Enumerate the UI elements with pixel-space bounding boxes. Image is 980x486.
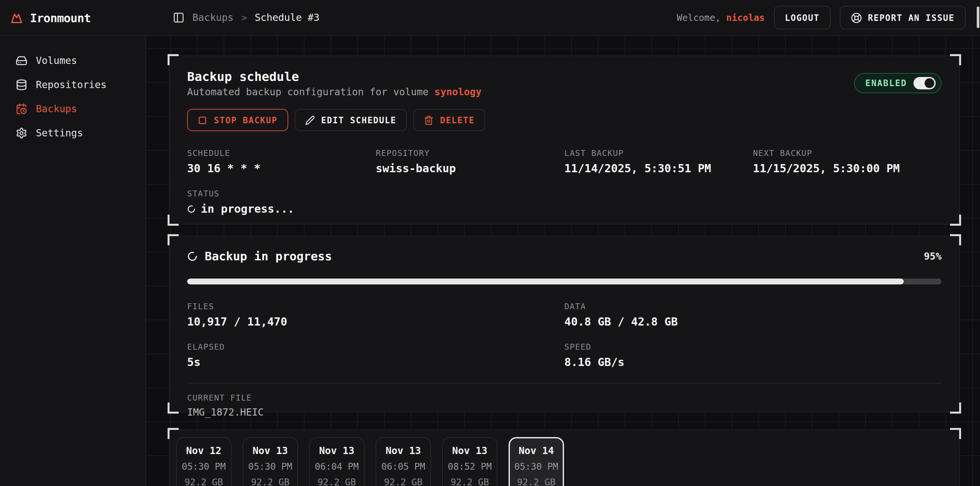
- gear-icon: [16, 127, 27, 139]
- progress-percent: 95%: [924, 250, 942, 262]
- stat-value: 10,917 / 11,470: [187, 315, 564, 328]
- breadcrumb: Backups > Schedule #3: [173, 12, 320, 24]
- sidebar-item-label: Volumes: [36, 55, 77, 67]
- backup-schedule-card: Backup schedule Automated backup configu…: [169, 56, 960, 225]
- status-value: in progress...: [187, 202, 942, 215]
- stat-value: 40.8 GB / 42.8 GB: [564, 315, 942, 328]
- backup-history-item[interactable]: Nov 1306:05 PM92.2 GB: [375, 437, 431, 486]
- backup-history-item[interactable]: Nov 1306:04 PM92.2 GB: [309, 437, 364, 486]
- progress-stat: ELAPSED5s: [187, 342, 564, 368]
- current-file-value: IMG_1872.HEIC: [187, 406, 942, 418]
- sidebar-item-label: Settings: [36, 127, 83, 139]
- corner-bracket: [167, 215, 179, 226]
- history-size: 92.2 GB: [510, 476, 563, 486]
- pencil-icon: [305, 115, 315, 125]
- enabled-label: ENABLED: [865, 78, 907, 88]
- history-date: Nov 13: [443, 445, 497, 457]
- brand[interactable]: Ironmount: [0, 11, 146, 24]
- sidebar-item-repositories[interactable]: Repositories: [0, 73, 145, 97]
- app-window: Ironmount Backups > Schedule #3 Welcome,…: [0, 0, 980, 486]
- corner-bracket: [167, 403, 179, 414]
- history-time: 06:05 PM: [376, 461, 430, 472]
- volume-name: synology: [434, 86, 482, 98]
- field-label: SCHEDULE: [187, 148, 376, 158]
- schedule-fields: SCHEDULE30 16 * * *REPOSITORYswiss-backu…: [187, 148, 942, 175]
- backup-history-item[interactable]: Nov 1308:52 PM92.2 GB: [442, 437, 498, 486]
- progress-bar: [187, 279, 942, 284]
- history-size: 92.2 GB: [443, 476, 497, 486]
- sidebar-item-settings[interactable]: Settings: [0, 121, 145, 145]
- progress-bar-fill: [187, 279, 904, 284]
- sidebar-item-label: Backups: [36, 103, 77, 115]
- database-icon: [16, 79, 27, 91]
- progress-stats: FILES10,917 / 11,470DATA40.8 GB / 42.8 G…: [187, 301, 942, 368]
- progress-stat: SPEED8.16 GB/s: [564, 342, 942, 368]
- history-size: 92.2 GB: [376, 476, 430, 486]
- header-right: Welcome, nicolas LOGOUT REPORT AN ISSUE: [677, 6, 980, 29]
- toggle-knob: [924, 78, 934, 88]
- history-date: Nov 12: [177, 445, 231, 457]
- schedule-field: NEXT BACKUP11/15/2025, 5:30:00 PM: [753, 148, 942, 175]
- breadcrumb-section[interactable]: Backups: [192, 12, 234, 24]
- backup-history-item[interactable]: Nov 1305:30 PM92.2 GB: [243, 437, 298, 486]
- history-time: 08:52 PM: [443, 461, 497, 472]
- backup-history-item[interactable]: Nov 1405:30 PM92.2 GB: [509, 437, 564, 486]
- enabled-toggle[interactable]: ENABLED: [854, 73, 942, 93]
- top-header: Ironmount Backups > Schedule #3 Welcome,…: [0, 0, 980, 36]
- history-size: 92.2 GB: [310, 476, 364, 486]
- calendar-clock-icon: [16, 103, 27, 115]
- main-content: Backup schedule Automated backup configu…: [146, 36, 980, 486]
- corner-bracket: [167, 428, 179, 439]
- stat-label: FILES: [187, 301, 564, 311]
- stat-label: DATA: [564, 301, 942, 311]
- backup-history-card: Nov 1205:30 PM92.2 GBNov 1305:30 PM92.2 …: [169, 429, 960, 486]
- edit-schedule-button[interactable]: EDIT SCHEDULE: [294, 109, 407, 131]
- mountain-logo-icon: [10, 11, 24, 24]
- brand-name: Ironmount: [30, 11, 91, 24]
- current-file-label: CURRENT FILE: [187, 393, 942, 403]
- sidebar-item-label: Repositories: [36, 79, 107, 91]
- scrollbar-thumb[interactable]: [977, 6, 979, 28]
- backup-progress-card: Backup in progress 95% FILES10,917 / 11,…: [169, 236, 960, 412]
- welcome-text: Welcome, nicolas: [677, 13, 765, 23]
- status-label: STATUS: [187, 188, 942, 198]
- field-label: LAST BACKUP: [564, 148, 753, 158]
- stop-backup-button[interactable]: STOP BACKUP: [187, 109, 288, 131]
- stat-label: ELAPSED: [187, 342, 564, 352]
- hard-drive-icon: [16, 55, 27, 67]
- spinner-icon: [187, 251, 197, 261]
- backup-history-item[interactable]: Nov 1205:30 PM92.2 GB: [176, 437, 231, 486]
- corner-bracket: [950, 428, 961, 439]
- progress-stat: DATA40.8 GB / 42.8 GB: [564, 301, 942, 328]
- panel-left-icon[interactable]: [173, 12, 185, 24]
- history-date: Nov 13: [243, 445, 298, 457]
- field-label: REPOSITORY: [376, 148, 565, 158]
- field-value: 30 16 * * *: [187, 162, 376, 175]
- corner-bracket: [167, 234, 179, 245]
- schedule-field: SCHEDULE30 16 * * *: [187, 148, 376, 175]
- schedule-field: LAST BACKUP11/14/2025, 5:30:51 PM: [564, 148, 753, 175]
- history-time: 05:30 PM: [510, 461, 563, 472]
- sidebar: VolumesRepositoriesBackupsSettings: [0, 36, 146, 486]
- schedule-field: REPOSITORYswiss-backup: [376, 148, 565, 175]
- field-value: 11/14/2025, 5:30:51 PM: [564, 162, 753, 175]
- breadcrumb-separator: >: [241, 13, 247, 23]
- history-time: 05:30 PM: [177, 461, 231, 472]
- stat-value: 8.16 GB/s: [564, 355, 942, 368]
- progress-title: Backup in progress: [205, 249, 332, 263]
- delete-button[interactable]: DELETE: [414, 109, 485, 131]
- corner-bracket: [950, 54, 961, 65]
- report-issue-button[interactable]: REPORT AN ISSUE: [840, 6, 966, 29]
- corner-bracket: [950, 215, 961, 226]
- history-time: 05:30 PM: [243, 461, 298, 472]
- card-subtitle: Automated backup configuration for volum…: [187, 86, 482, 98]
- sidebar-item-volumes[interactable]: Volumes: [0, 49, 145, 72]
- spinner-icon: [187, 204, 196, 213]
- sidebar-item-backups[interactable]: Backups: [0, 97, 145, 121]
- history-size: 92.2 GB: [177, 476, 231, 486]
- history-size: 92.2 GB: [243, 476, 298, 486]
- backup-history-list: Nov 1205:30 PM92.2 GBNov 1305:30 PM92.2 …: [170, 430, 959, 486]
- logout-button[interactable]: LOGOUT: [774, 6, 831, 29]
- life-buoy-icon: [851, 12, 862, 23]
- field-value: swiss-backup: [376, 162, 565, 175]
